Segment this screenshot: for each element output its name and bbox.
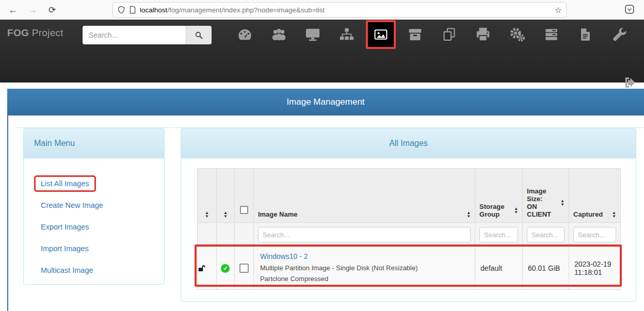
sort-icon[interactable]: ▲▼	[514, 207, 518, 214]
lock-cell	[198, 247, 217, 290]
forward-icon[interactable]: →	[26, 3, 39, 17]
reports-icon[interactable]	[568, 20, 602, 50]
highlight-box: List All Images	[34, 175, 96, 192]
shield-icon[interactable]	[117, 6, 125, 14]
column-label: Image Name	[258, 210, 298, 218]
storage-group-cell: default	[475, 247, 523, 290]
printers-icon[interactable]	[466, 20, 500, 50]
images-icon[interactable]	[366, 20, 396, 49]
navbar-icons	[228, 20, 636, 50]
dashboard-icon[interactable]	[228, 20, 262, 50]
sidebar-item-list-all-images[interactable]: List All Images	[41, 173, 164, 194]
filter-cell-empty	[216, 223, 234, 247]
main-menu-title: Main Menu	[34, 139, 75, 148]
brand-logo[interactable]: FOG Project	[7, 27, 63, 39]
storage-group-header[interactable]: Storage Group▲▼	[475, 169, 523, 223]
all-images-title: All Images	[389, 139, 428, 148]
sort-icon[interactable]: ▲▼	[205, 211, 209, 218]
select-all-header[interactable]	[234, 169, 253, 223]
storage-group-filter-input[interactable]	[479, 227, 518, 242]
search-icon	[195, 31, 203, 40]
main-menu-list: List All Images Create New Image Export …	[24, 158, 164, 281]
all-images-panel: All Images ▲▼ ▲▼ Image Name▲▼ Storage Gr…	[181, 128, 636, 302]
filter-cell	[253, 223, 475, 247]
image-name-header[interactable]: Image Name▲▼	[253, 169, 475, 223]
page-title-bar: Image Management	[7, 89, 644, 116]
image-size-cell: 60.01 GiB	[523, 247, 569, 290]
filter-cell-empty	[234, 223, 253, 247]
groups-icon[interactable]	[330, 20, 364, 50]
fog-navbar: FOG Project	[0, 20, 644, 83]
settings-icon[interactable]	[500, 20, 534, 50]
page-title: Image Management	[286, 97, 364, 107]
image-name-cell: Windows10 - 2 Multiple Partition Image -…	[253, 247, 475, 290]
service-icon[interactable]	[602, 20, 636, 50]
unlock-icon	[198, 264, 216, 272]
browser-chrome: ← → ⟳ localhost/fog/management/index.php…	[0, 0, 644, 20]
row-checkbox[interactable]	[239, 264, 249, 273]
sidebar-link[interactable]: Create New Image	[41, 201, 103, 209]
table-row: ✓ Windows10 - 2 Multiple Partition Image…	[198, 247, 621, 290]
captured-filter-input[interactable]	[573, 227, 616, 242]
sort-icon[interactable]: ▲▼	[223, 211, 228, 218]
lock-column-header[interactable]: ▲▼	[198, 169, 217, 223]
captured-cell: 2023-02-19 11:18:01	[569, 247, 621, 290]
image-name-filter-input[interactable]	[258, 227, 471, 242]
captured-header[interactable]: Captured▲▼	[569, 169, 621, 223]
select-all-checkbox[interactable]	[240, 206, 248, 214]
search-button[interactable]	[186, 26, 212, 44]
main-menu-panel: Main Menu List All Images Create New Ima…	[23, 128, 165, 285]
sort-icon[interactable]: ▲▼	[466, 211, 471, 218]
column-label: Storage Group	[479, 203, 511, 218]
sort-icon[interactable]: ▲▼	[612, 211, 616, 218]
sidebar-link[interactable]: Multicast Image	[41, 266, 93, 274]
sidebar-link[interactable]: Export Images	[41, 223, 89, 231]
table-header-row: ▲▼ ▲▼ Image Name▲▼ Storage Group▲▼ Image…	[198, 169, 621, 223]
images-table: ▲▼ ▲▼ Image Name▲▼ Storage Group▲▼ Image…	[197, 168, 621, 290]
users-icon[interactable]	[262, 20, 296, 50]
sidebar-link[interactable]: Import Images	[41, 244, 89, 253]
filter-cell-empty	[198, 223, 217, 247]
sort-icon[interactable]: ▲▼	[560, 199, 565, 206]
sidebar-item-import-images[interactable]: Import Images	[41, 238, 164, 259]
sidebar-item-multicast-image[interactable]: Multicast Image	[41, 259, 164, 281]
image-size-filter-input[interactable]	[527, 227, 565, 242]
page-left-rail	[7, 116, 8, 311]
all-images-body: ▲▼ ▲▼ Image Name▲▼ Storage Group▲▼ Image…	[181, 158, 636, 301]
column-label: Captured	[573, 210, 603, 218]
select-cell	[234, 247, 253, 290]
tasks-icon[interactable]	[534, 20, 568, 50]
status-cell: ✓	[216, 247, 234, 290]
reload-icon[interactable]: ⟳	[45, 3, 59, 17]
table-filter-row	[198, 223, 621, 247]
sidebar-item-create-new-image[interactable]: Create New Image	[41, 194, 164, 216]
check-circle-icon: ✓	[221, 264, 230, 273]
navbar-search	[83, 26, 212, 44]
main-menu-header: Main Menu	[24, 128, 164, 158]
image-compression-text: Partclone Compressed	[260, 273, 469, 284]
hosts-icon[interactable]	[296, 20, 330, 50]
back-icon[interactable]: ←	[6, 3, 20, 17]
all-images-header: All Images	[181, 128, 636, 158]
page-icon	[129, 6, 136, 14]
sidebar-link[interactable]: List All Images	[41, 179, 89, 188]
extension-badge-icon[interactable]	[624, 4, 635, 15]
snapins-icon[interactable]	[432, 20, 466, 50]
bookmark-star-icon[interactable]: ☆	[555, 5, 562, 15]
url-bar[interactable]: localhost/fog/management/index.php?node=…	[112, 2, 567, 18]
storage-icon[interactable]	[398, 20, 432, 50]
url-text: localhost/fog/management/index.php?node=…	[140, 6, 551, 14]
filter-cell	[569, 223, 621, 247]
image-link[interactable]: Windows10 - 2	[260, 252, 308, 260]
filter-cell	[475, 223, 523, 247]
image-type-text: Multiple Partition Image - Single Disk (…	[260, 263, 469, 273]
sidebar-item-export-images[interactable]: Export Images	[41, 216, 164, 238]
filter-cell	[523, 223, 569, 247]
column-label: Image Size: ON CLIENT	[527, 187, 554, 218]
image-size-header[interactable]: Image Size: ON CLIENT▲▼	[523, 169, 569, 223]
status-column-header[interactable]: ▲▼	[216, 169, 234, 223]
search-input[interactable]	[83, 26, 186, 44]
